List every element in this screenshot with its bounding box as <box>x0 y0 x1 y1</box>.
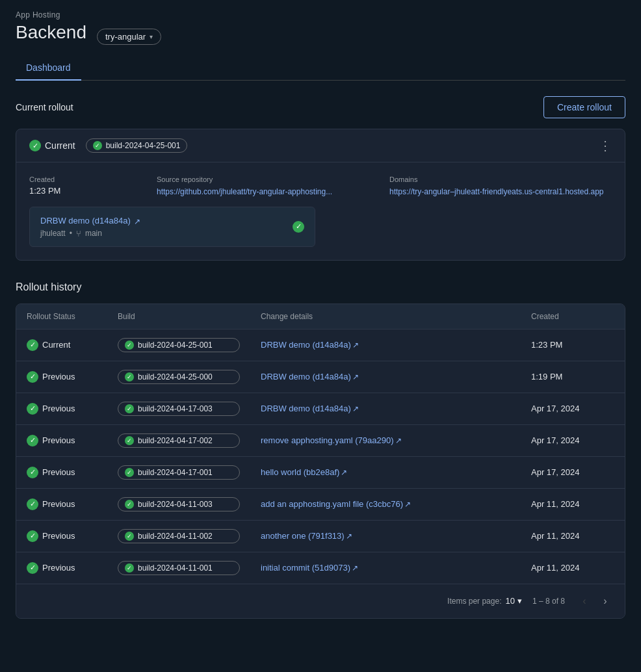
row-status-badge: ✓ Previous <box>27 467 97 478</box>
row-check-icon: ✓ <box>27 403 38 415</box>
table-row: ✓ Previous ✓ build-2024-04-17-002 remove… <box>16 425 625 457</box>
row-build-check-icon: ✓ <box>125 563 134 573</box>
td-build: ✓ build-2024-04-11-002 <box>107 521 250 552</box>
row-status-label: Previous <box>42 372 75 381</box>
td-change: initial commit (51d9073)↗ <box>250 554 521 582</box>
external-link-icon: ↗ <box>341 468 347 477</box>
commit-link[interactable]: DRBW demo (d14a84a) ↗ <box>40 216 140 226</box>
next-page-button[interactable]: › <box>596 592 614 610</box>
row-status-label: Previous <box>42 467 75 477</box>
table-row: ✓ Previous ✓ build-2024-04-11-002 anothe… <box>16 521 625 552</box>
table-row: ✓ Previous ✓ build-2024-04-11-003 add an… <box>16 489 625 521</box>
row-status-badge: ✓ Previous <box>27 371 97 383</box>
td-change: add an apphosting.yaml file (c3cbc76)↗ <box>250 491 521 518</box>
build-tag: ✓ build-2024-04-25-001 <box>86 138 188 153</box>
per-page-select[interactable]: 10 ▾ <box>505 596 521 606</box>
domains-label: Domains <box>389 175 612 183</box>
row-build-label: build-2024-04-17-001 <box>138 468 213 477</box>
td-created: Apr 17, 2024 <box>521 427 625 454</box>
row-status-label: Previous <box>42 499 75 509</box>
author-name: jhuleatt <box>40 229 66 238</box>
card-body: Created 1:23 PM Source repository https:… <box>16 162 625 260</box>
change-link[interactable]: DRBW demo (d14a84a)↗ <box>261 404 359 413</box>
td-change: another one (791f313)↗ <box>250 523 521 550</box>
row-build-label: build-2024-04-17-002 <box>138 436 213 445</box>
row-status-label: Previous <box>42 563 75 573</box>
row-check-icon: ✓ <box>27 467 38 478</box>
table-header: Rollout Status Build Change details Crea… <box>16 304 625 330</box>
td-build: ✓ build-2024-04-11-003 <box>107 489 250 520</box>
td-created: Apr 11, 2024 <box>521 491 625 517</box>
row-build-label: build-2024-04-25-000 <box>138 372 213 381</box>
row-build-check-icon: ✓ <box>125 532 134 541</box>
row-status-label: Previous <box>42 404 75 413</box>
external-link-icon: ↗ <box>404 500 411 509</box>
change-link[interactable]: DRBW demo (d14a84a)↗ <box>261 372 359 381</box>
table-row: ✓ Current ✓ build-2024-04-25-001 DRBW de… <box>16 330 625 361</box>
row-check-icon: ✓ <box>27 498 38 510</box>
change-link[interactable]: remove apphosting.yaml (79aa290)↗ <box>261 435 402 445</box>
external-link-icon: ↗ <box>395 436 402 445</box>
td-build: ✓ build-2024-04-11-001 <box>107 552 250 584</box>
table-row: ✓ Previous ✓ build-2024-04-17-003 DRBW d… <box>16 393 625 425</box>
row-build-tag: ✓ build-2024-04-11-002 <box>118 529 240 543</box>
chevron-down-icon: ▾ <box>150 33 153 40</box>
row-build-tag: ✓ build-2024-04-17-002 <box>118 433 240 448</box>
current-rollout-section-header: Current rollout Create rollout <box>16 96 625 118</box>
row-build-tag: ✓ build-2024-04-17-001 <box>118 465 240 480</box>
row-build-label: build-2024-04-25-001 <box>138 341 213 350</box>
change-link[interactable]: hello world (bb2e8af)↗ <box>261 467 347 477</box>
td-created: Apr 17, 2024 <box>521 459 625 485</box>
td-change: hello world (bb2e8af)↗ <box>250 459 521 486</box>
change-link[interactable]: DRBW demo (d14a84a)↗ <box>261 340 359 350</box>
row-status-badge: ✓ Previous <box>27 530 97 542</box>
row-build-check-icon: ✓ <box>125 500 134 509</box>
current-rollout-card: ✓ Current ✓ build-2024-04-25-001 ⋮ Creat… <box>16 129 625 261</box>
domains-link[interactable]: https://try-angular–jhuleatt-friendlyeat… <box>389 187 604 196</box>
row-build-tag: ✓ build-2024-04-25-001 <box>118 338 240 352</box>
created-value: 1:23 PM <box>29 186 146 196</box>
tab-dashboard[interactable]: Dashboard <box>16 56 81 81</box>
branch-selector-button[interactable]: try-angular ▾ <box>97 29 161 45</box>
card-meta: Created 1:23 PM Source repository https:… <box>29 175 612 196</box>
commit-card: DRBW demo (d14a84a) ↗ jhuleatt • ⑂ main … <box>29 207 315 247</box>
td-status: ✓ Previous <box>16 522 107 550</box>
items-per-page-label: Items per page: <box>447 597 501 606</box>
pagination-range: 1 – 8 of 8 <box>532 597 565 606</box>
commit-check-icon: ✓ <box>293 221 304 233</box>
row-status-label: Previous <box>42 435 75 445</box>
commit-info: DRBW demo (d14a84a) ↗ jhuleatt • ⑂ main <box>40 215 140 239</box>
current-status-badge: ✓ Current <box>29 140 75 151</box>
card-header: ✓ Current ✓ build-2024-04-25-001 ⋮ <box>16 129 625 162</box>
change-link[interactable]: another one (791f313)↗ <box>261 531 352 541</box>
row-check-icon: ✓ <box>27 339 38 351</box>
row-status-badge: ✓ Current <box>27 339 97 351</box>
more-options-icon[interactable]: ⋮ <box>599 139 612 152</box>
td-status: ✓ Previous <box>16 363 107 391</box>
source-repo-link[interactable]: https://github.com/jhuleatt/try-angular-… <box>157 187 332 196</box>
build-check-icon: ✓ <box>93 141 102 150</box>
row-status-badge: ✓ Previous <box>27 403 97 415</box>
external-link-icon: ↗ <box>134 217 140 226</box>
external-link-icon: ↗ <box>352 563 358 573</box>
backend-header: Backend try-angular ▾ <box>16 22 625 51</box>
td-build: ✓ build-2024-04-25-001 <box>107 330 250 361</box>
td-status: ✓ Previous <box>16 458 107 487</box>
td-build: ✓ build-2024-04-17-001 <box>107 457 250 488</box>
prev-page-button[interactable]: ‹ <box>575 592 594 610</box>
row-build-check-icon: ✓ <box>125 468 134 477</box>
row-check-icon: ✓ <box>27 435 38 446</box>
row-build-tag: ✓ build-2024-04-25-000 <box>118 370 240 384</box>
items-per-page: Items per page: 10 ▾ <box>447 596 522 606</box>
row-build-tag: ✓ build-2024-04-11-003 <box>118 497 240 511</box>
change-link[interactable]: add an apphosting.yaml file (c3cbc76)↗ <box>261 499 411 509</box>
td-created: 1:23 PM <box>521 331 625 358</box>
td-created: 1:19 PM <box>521 363 625 390</box>
create-rollout-button[interactable]: Create rollout <box>543 96 625 118</box>
change-link[interactable]: initial commit (51d9073)↗ <box>261 563 358 573</box>
td-created: Apr 11, 2024 <box>521 523 625 549</box>
td-build: ✓ build-2024-04-17-002 <box>107 425 250 456</box>
row-check-icon: ✓ <box>27 530 38 542</box>
td-status: ✓ Current <box>16 331 107 359</box>
td-created: Apr 17, 2024 <box>521 395 625 422</box>
